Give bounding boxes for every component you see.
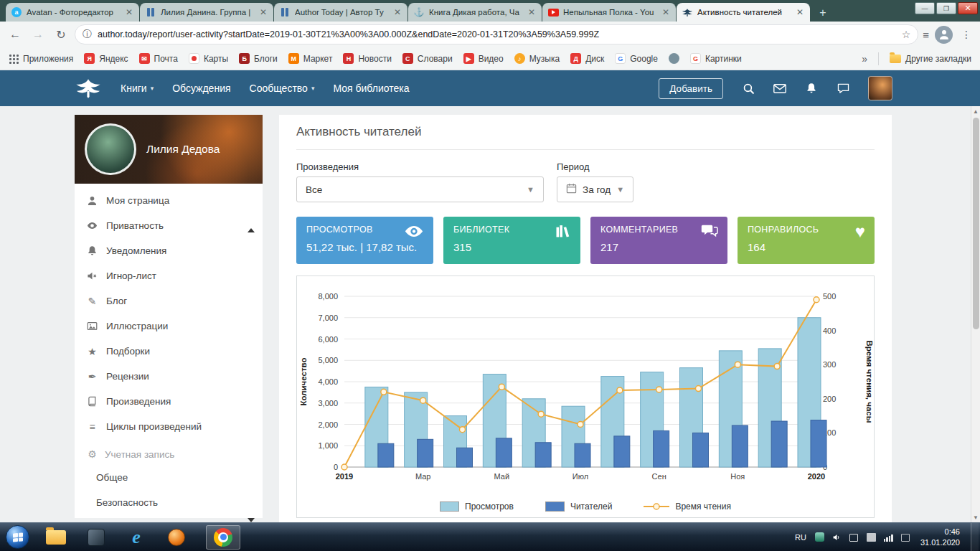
messages-icon[interactable] — [773, 82, 786, 95]
globe-icon — [669, 53, 679, 64]
legend-reading-time[interactable]: Время чтения — [644, 501, 731, 512]
sidebar-item-my-page[interactable]: Моя страница — [75, 188, 263, 213]
bookmark-star-icon[interactable]: ☆ — [902, 29, 911, 40]
period-select[interactable]: За год ▼ — [557, 176, 633, 202]
new-tab-button[interactable]: + — [814, 4, 832, 22]
bookmark-dictionaries[interactable]: ССловари — [402, 53, 453, 64]
bookmark-disk[interactable]: ДДиск — [570, 53, 604, 64]
sidebar-item-illustrations[interactable]: Иллюстрации — [75, 314, 263, 339]
tray-keyboard-icon[interactable] — [866, 532, 877, 542]
add-button[interactable]: Добавить — [659, 78, 723, 99]
sidebar-item-collections[interactable]: ★ Подборки — [75, 339, 263, 364]
notifications-bell-icon[interactable] — [805, 82, 818, 95]
bookmark-music[interactable]: ♪Музыка — [514, 53, 560, 64]
scroll-down-icon[interactable]: ▼ — [971, 512, 980, 522]
close-icon[interactable]: ✕ — [124, 7, 134, 17]
site-info-icon[interactable]: ⓘ — [83, 28, 92, 41]
sidebar-item-blog[interactable]: ✎ Блог — [75, 288, 263, 314]
user-avatar[interactable] — [868, 76, 892, 100]
sidebar-item-works[interactable]: Произведения — [75, 389, 263, 414]
nav-community[interactable]: Сообщество▾ — [250, 83, 315, 94]
tab-author-today[interactable]: Author Today | Автор Ту ✕ — [274, 3, 407, 22]
close-icon[interactable]: ✕ — [661, 7, 671, 17]
forward-button[interactable]: → — [29, 25, 47, 44]
bookmark-images[interactable]: GКартинки — [690, 53, 742, 64]
close-icon[interactable]: ✕ — [258, 7, 268, 17]
search-icon[interactable] — [742, 82, 755, 95]
legend-views[interactable]: Просмотров — [440, 501, 514, 512]
language-indicator[interactable]: RU — [793, 533, 808, 542]
tab-active-report[interactable]: Активность читателей ✕ — [677, 3, 810, 22]
sidebar-item-reviews[interactable]: ✒ Рецензии — [75, 364, 263, 389]
bookmark-blogs[interactable]: ББлоги — [239, 53, 278, 64]
sidebar-item-security[interactable]: Безопасность — [75, 490, 263, 515]
bookmark-market[interactable]: ММаркет — [288, 53, 333, 64]
scroll-up-icon[interactable] — [248, 228, 255, 232]
bookmark-google[interactable]: GGoogle — [615, 53, 658, 64]
url-text[interactable]: author.today/report/user-activity?startD… — [98, 29, 896, 39]
taskbar-app-icon[interactable] — [85, 527, 107, 548]
scroll-down-icon[interactable] — [248, 518, 255, 522]
svg-text:Время чтения, часы: Время чтения, часы — [865, 340, 874, 423]
taskbar-chrome-active[interactable] — [206, 525, 240, 550]
bookmarks-overflow-chevron[interactable]: » — [862, 53, 867, 65]
other-bookmarks[interactable]: Другие закладки — [890, 54, 971, 64]
tab-avatan[interactable]: a Avatan - Фоторедактор ✕ — [6, 3, 139, 22]
site-header: Книги▾ Обсуждения Сообщество▾ Моя библио… — [0, 70, 980, 106]
sidebar-item-privacy[interactable]: Приватность — [75, 213, 263, 238]
scrollbar-thumb[interactable] — [973, 118, 979, 329]
taskbar-explorer-icon[interactable] — [45, 527, 67, 548]
close-icon[interactable]: ✕ — [795, 7, 805, 17]
minimize-button[interactable]: — — [915, 2, 935, 14]
sidebar-item-general[interactable]: Общее — [75, 465, 263, 490]
sidebar-scrollbar[interactable] — [248, 228, 254, 522]
tray-app-icon[interactable] — [814, 532, 825, 542]
close-icon[interactable]: ✕ — [392, 7, 402, 17]
sidebar-item-ignore-list[interactable]: Игнор-лист — [75, 263, 263, 288]
bookmark-globe[interactable] — [669, 53, 679, 64]
bookmark-video[interactable]: ▶Видео — [463, 53, 504, 64]
site-logo[interactable] — [75, 77, 102, 99]
tray-volume-icon[interactable] — [831, 532, 842, 542]
page-scrollbar[interactable]: ▲ ▼ — [971, 106, 980, 522]
google-images-icon: G — [690, 53, 701, 64]
tray-network-icon[interactable] — [883, 532, 894, 542]
extension-icon[interactable]: ≡ — [923, 29, 929, 41]
sidebar-item-series[interactable]: ≡ Циклы произведений — [75, 414, 263, 439]
chat-icon[interactable] — [837, 82, 849, 95]
tray-flag-icon[interactable] — [900, 532, 911, 542]
sidebar-item-notifications[interactable]: Уведомления — [75, 238, 263, 263]
window-controls: — ❐ ✕ — [915, 2, 978, 14]
bookmark-news[interactable]: ННовости — [343, 53, 391, 64]
refresh-button[interactable]: ↻ — [52, 25, 70, 44]
close-window-button[interactable]: ✕ — [958, 2, 978, 14]
taskbar-ie-icon[interactable]: e — [126, 527, 147, 548]
tab-youtube[interactable]: Непыльная Полка - You ✕ — [542, 3, 676, 22]
clock[interactable]: 0:46 31.01.2020 — [918, 527, 964, 548]
apps-shortcut[interactable]: Приложения — [9, 54, 73, 64]
tray-display-icon[interactable] — [849, 532, 859, 542]
bookmark-yandex[interactable]: ЯЯндекс — [84, 53, 128, 64]
back-button[interactable]: ← — [6, 25, 24, 44]
start-button[interactable] — [6, 525, 29, 549]
close-icon[interactable]: ✕ — [527, 7, 537, 17]
chevron-down-icon: ▾ — [311, 85, 315, 92]
works-select[interactable]: Все ▼ — [296, 176, 544, 202]
tab-book[interactable]: ⚓ Книга Дикая работа, Ча ✕ — [408, 3, 542, 22]
scroll-up-icon[interactable]: ▲ — [971, 106, 980, 116]
nav-my-library[interactable]: Моя библиотека — [333, 83, 409, 94]
chart-canvas: 01,0002,0003,0004,0005,0006,0007,0008,00… — [297, 282, 874, 496]
taskbar-app2-icon[interactable] — [166, 527, 187, 548]
profile-avatar-icon[interactable] — [935, 26, 953, 44]
tab-vk-group[interactable]: Лилия Данина. Группа | ✕ — [140, 3, 273, 22]
menu-kebab-icon[interactable]: ⋮ — [958, 29, 974, 40]
bookmark-mail[interactable]: ✉Почта — [139, 53, 178, 64]
maximize-button[interactable]: ❐ — [936, 2, 956, 14]
address-bar[interactable]: ⓘ author.today/report/user-activity?star… — [75, 24, 918, 44]
nav-discussions[interactable]: Обсуждения — [172, 83, 230, 94]
bookmark-maps[interactable]: Карты — [189, 53, 228, 64]
svg-text:2019: 2019 — [336, 472, 353, 481]
legend-readers[interactable]: Читателей — [545, 501, 613, 512]
nav-books[interactable]: Книги▾ — [121, 83, 154, 94]
show-desktop-button[interactable] — [971, 523, 979, 551]
